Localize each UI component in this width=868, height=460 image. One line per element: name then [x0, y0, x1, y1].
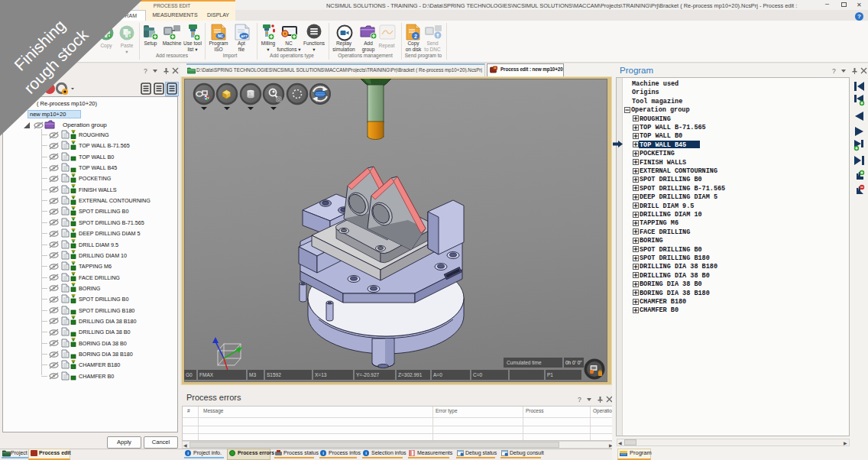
svg-text:NC: NC	[218, 34, 224, 38]
svg-text:C=0: C=0	[473, 372, 482, 377]
svg-text:?: ?	[578, 396, 581, 403]
svg-text:P1: P1	[547, 372, 553, 377]
svg-text:S1592: S1592	[267, 372, 281, 377]
svg-text:FMAX: FMAX	[199, 372, 214, 377]
svg-text:Cumulated time: Cumulated time	[507, 360, 542, 365]
svg-text:Y=-20.927: Y=-20.927	[356, 372, 380, 377]
svg-text:0h 0' 0": 0h 0' 0"	[565, 360, 582, 365]
svg-text:G0: G0	[186, 372, 193, 377]
svg-text:Z=302.991: Z=302.991	[398, 372, 423, 377]
svg-text:2: 2	[414, 34, 417, 39]
svg-text:?: ?	[832, 67, 836, 75]
svg-text:X=13: X=13	[315, 372, 327, 377]
svg-text:M3: M3	[249, 372, 256, 377]
svg-text:APT: APT	[241, 34, 248, 38]
svg-text:A=0: A=0	[433, 372, 442, 377]
